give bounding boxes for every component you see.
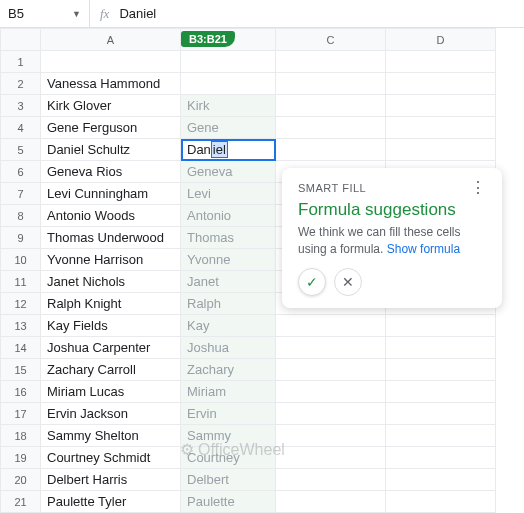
- cell[interactable]: Zachary Carroll: [41, 359, 181, 381]
- cell[interactable]: Delbert Harris: [41, 469, 181, 491]
- cell[interactable]: Miriam: [181, 381, 276, 403]
- cell[interactable]: [276, 139, 386, 161]
- col-header-D[interactable]: D: [386, 29, 496, 51]
- cell[interactable]: [276, 425, 386, 447]
- col-header-C[interactable]: C: [276, 29, 386, 51]
- cell[interactable]: Antonio: [181, 205, 276, 227]
- cell[interactable]: [386, 447, 496, 469]
- cell[interactable]: [181, 73, 276, 95]
- cell[interactable]: Janet Nichols: [41, 271, 181, 293]
- cell[interactable]: [276, 491, 386, 513]
- cell[interactable]: Kirk Glover: [41, 95, 181, 117]
- cell[interactable]: [386, 469, 496, 491]
- cell[interactable]: [386, 73, 496, 95]
- cell[interactable]: Thomas Underwood: [41, 227, 181, 249]
- cell[interactable]: Daniel: [181, 139, 276, 161]
- accept-button[interactable]: ✓: [298, 268, 326, 296]
- row-header[interactable]: 9: [1, 227, 41, 249]
- cell[interactable]: [276, 447, 386, 469]
- cell[interactable]: [386, 425, 496, 447]
- cell[interactable]: [386, 51, 496, 73]
- cell[interactable]: [276, 381, 386, 403]
- row-header[interactable]: 16: [1, 381, 41, 403]
- cell[interactable]: [386, 315, 496, 337]
- cell[interactable]: [181, 51, 276, 73]
- cell[interactable]: Kay: [181, 315, 276, 337]
- cell[interactable]: Joshua: [181, 337, 276, 359]
- cell[interactable]: Courtney: [181, 447, 276, 469]
- formula-input[interactable]: Daniel: [119, 6, 156, 21]
- row-header[interactable]: 13: [1, 315, 41, 337]
- select-all-corner[interactable]: [1, 29, 41, 51]
- cell[interactable]: [276, 359, 386, 381]
- row-header[interactable]: 21: [1, 491, 41, 513]
- cell[interactable]: Paulette Tyler: [41, 491, 181, 513]
- row-header[interactable]: 17: [1, 403, 41, 425]
- cell[interactable]: Kirk: [181, 95, 276, 117]
- cell[interactable]: [276, 95, 386, 117]
- cell[interactable]: [276, 315, 386, 337]
- cell[interactable]: [386, 139, 496, 161]
- cell[interactable]: [276, 51, 386, 73]
- cell[interactable]: [386, 403, 496, 425]
- more-options-icon[interactable]: ⋮: [470, 184, 487, 192]
- cell[interactable]: Joshua Carpenter: [41, 337, 181, 359]
- cell[interactable]: [386, 95, 496, 117]
- cell[interactable]: Levi Cunningham: [41, 183, 181, 205]
- show-formula-link[interactable]: Show formula: [387, 242, 460, 256]
- row-header[interactable]: 1: [1, 51, 41, 73]
- cell[interactable]: [386, 117, 496, 139]
- cell[interactable]: Geneva Rios: [41, 161, 181, 183]
- row-header[interactable]: 2: [1, 73, 41, 95]
- row-header[interactable]: 12: [1, 293, 41, 315]
- col-header-A[interactable]: A: [41, 29, 181, 51]
- cell[interactable]: Ervin: [181, 403, 276, 425]
- row-header[interactable]: 3: [1, 95, 41, 117]
- row-header[interactable]: 20: [1, 469, 41, 491]
- row-header[interactable]: 6: [1, 161, 41, 183]
- row-header[interactable]: 4: [1, 117, 41, 139]
- row-header[interactable]: 7: [1, 183, 41, 205]
- cell[interactable]: Ralph: [181, 293, 276, 315]
- row-header[interactable]: 18: [1, 425, 41, 447]
- name-box[interactable]: B5 ▼: [0, 0, 90, 27]
- row-header[interactable]: 5: [1, 139, 41, 161]
- cell[interactable]: [386, 337, 496, 359]
- cell[interactable]: Janet: [181, 271, 276, 293]
- cell[interactable]: Yvonne Harrison: [41, 249, 181, 271]
- cell[interactable]: Levi: [181, 183, 276, 205]
- cell[interactable]: Yvonne: [181, 249, 276, 271]
- cell[interactable]: Gene Ferguson: [41, 117, 181, 139]
- cell[interactable]: Paulette: [181, 491, 276, 513]
- row-header[interactable]: 19: [1, 447, 41, 469]
- cell[interactable]: Kay Fields: [41, 315, 181, 337]
- reject-button[interactable]: ✕: [334, 268, 362, 296]
- row-header[interactable]: 11: [1, 271, 41, 293]
- cell[interactable]: Ervin Jackson: [41, 403, 181, 425]
- cell[interactable]: Miriam Lucas: [41, 381, 181, 403]
- cell[interactable]: Ralph Knight: [41, 293, 181, 315]
- cell[interactable]: Gene: [181, 117, 276, 139]
- row-header[interactable]: 15: [1, 359, 41, 381]
- cell[interactable]: Daniel Schultz: [41, 139, 181, 161]
- row-header[interactable]: 14: [1, 337, 41, 359]
- cell[interactable]: [276, 469, 386, 491]
- cell[interactable]: [41, 51, 181, 73]
- cell[interactable]: Antonio Woods: [41, 205, 181, 227]
- cell[interactable]: [276, 73, 386, 95]
- row-header[interactable]: 10: [1, 249, 41, 271]
- cell[interactable]: Sammy: [181, 425, 276, 447]
- cell[interactable]: [276, 403, 386, 425]
- cell[interactable]: Thomas: [181, 227, 276, 249]
- cell[interactable]: [386, 491, 496, 513]
- cell[interactable]: [386, 359, 496, 381]
- cell[interactable]: Delbert: [181, 469, 276, 491]
- cell[interactable]: [386, 381, 496, 403]
- cell[interactable]: [276, 337, 386, 359]
- row-header[interactable]: 8: [1, 205, 41, 227]
- cell[interactable]: Vanessa Hammond: [41, 73, 181, 95]
- cell[interactable]: Zachary: [181, 359, 276, 381]
- cell[interactable]: Sammy Shelton: [41, 425, 181, 447]
- cell[interactable]: [276, 117, 386, 139]
- cell[interactable]: Courtney Schmidt: [41, 447, 181, 469]
